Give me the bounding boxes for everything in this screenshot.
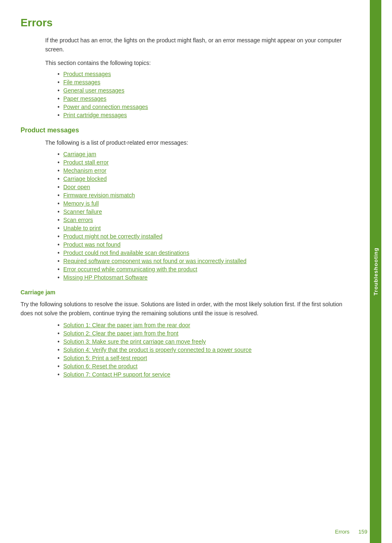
product-messages-intro: The following is a list of product-relat… [45, 138, 349, 147]
link-door-open[interactable]: Door open [63, 184, 90, 190]
topic-link-file-messages[interactable]: File messages [63, 79, 100, 85]
list-item: Carriage jam [58, 151, 349, 157]
list-item: Missing HP Photosmart Software [58, 274, 349, 281]
list-item: Memory is full [58, 200, 349, 207]
link-solution-3[interactable]: Solution 3: Make sure the print carriage… [63, 338, 206, 345]
link-scan-errors[interactable]: Scan errors [63, 217, 93, 223]
topic-link-general-user-messages[interactable]: General user messages [63, 87, 125, 94]
list-item: Solution 1: Clear the paper jam from the… [58, 322, 349, 328]
page-footer: Errors 159 [335, 529, 367, 535]
list-item: Solution 4: Verify that the product is p… [58, 347, 349, 353]
link-required-software-component[interactable]: Required software component was not foun… [63, 258, 247, 264]
list-item: General user messages [58, 87, 349, 94]
list-item: Carriage blocked [58, 176, 349, 182]
list-item: Door open [58, 184, 349, 190]
list-item: Print cartridge messages [58, 112, 349, 118]
link-solution-6[interactable]: Solution 6: Reset the product [63, 363, 138, 370]
list-item: Product stall error [58, 159, 349, 166]
link-solution-4[interactable]: Solution 4: Verify that the product is p… [63, 347, 251, 353]
product-messages-list: Carriage jam Product stall error Mechani… [58, 151, 349, 281]
product-messages-heading: Product messages [21, 127, 349, 134]
link-solution-7[interactable]: Solution 7: Contact HP support for servi… [63, 371, 170, 378]
footer-text: Errors [335, 529, 349, 535]
page-title: Errors [21, 16, 349, 29]
list-item: Paper messages [58, 95, 349, 102]
link-carriage-blocked[interactable]: Carriage blocked [63, 176, 107, 182]
carriage-jam-solutions-list: Solution 1: Clear the paper jam from the… [58, 322, 349, 378]
product-messages-section: Product messages The following is a list… [21, 127, 349, 280]
carriage-jam-body: Try the following solutions to resolve t… [21, 300, 349, 318]
list-item: Product might not be correctly installed [58, 233, 349, 240]
topic-link-product-messages[interactable]: Product messages [63, 71, 111, 77]
list-item: Solution 2: Clear the paper jam from the… [58, 330, 349, 337]
link-product-stall-error[interactable]: Product stall error [63, 159, 108, 166]
carriage-jam-section: Carriage jam Try the following solutions… [21, 289, 349, 378]
list-item: Power and connection messages [58, 104, 349, 110]
list-item: Product could not find available scan de… [58, 250, 349, 256]
link-error-occurred-communicating[interactable]: Error occurred while communicating with … [63, 266, 197, 273]
list-item: Unable to print [58, 225, 349, 231]
list-item: Scanner failure [58, 208, 349, 215]
list-item: Product was not found [58, 241, 349, 248]
link-product-could-not-find-scan-destinations[interactable]: Product could not find available scan de… [63, 250, 189, 256]
page-container: Errors If the product has an error, the … [0, 0, 392, 543]
link-memory-is-full[interactable]: Memory is full [63, 200, 99, 207]
link-firmware-revision-mismatch[interactable]: Firmware revision mismatch [63, 192, 135, 199]
list-item: Mechanism error [58, 167, 349, 174]
footer-page-number: 159 [358, 529, 367, 535]
list-item: Product messages [58, 71, 349, 77]
link-unable-to-print[interactable]: Unable to print [63, 225, 101, 231]
sidebar-tab-label: Troubleshooting [373, 247, 379, 296]
list-item: Solution 3: Make sure the print carriage… [58, 338, 349, 345]
intro-paragraph-2: This section contains the following topi… [45, 58, 349, 67]
list-item: Solution 5: Print a self-test report [58, 355, 349, 361]
carriage-jam-heading: Carriage jam [21, 289, 349, 296]
link-product-might-not-be-correctly-installed[interactable]: Product might not be correctly installed [63, 233, 162, 240]
link-mechanism-error[interactable]: Mechanism error [63, 167, 106, 174]
list-item: File messages [58, 79, 349, 85]
list-item: Solution 6: Reset the product [58, 363, 349, 370]
sidebar-tab: Troubleshooting [370, 0, 381, 543]
topic-link-paper-messages[interactable]: Paper messages [63, 95, 106, 102]
list-item: Scan errors [58, 217, 349, 223]
link-carriage-jam[interactable]: Carriage jam [63, 151, 96, 157]
link-missing-hp-photosmart-software[interactable]: Missing HP Photosmart Software [63, 274, 148, 281]
list-item: Solution 7: Contact HP support for servi… [58, 371, 349, 378]
link-product-was-not-found[interactable]: Product was not found [63, 241, 120, 248]
list-item: Required software component was not foun… [58, 258, 349, 264]
topics-list: Product messages File messages General u… [58, 71, 349, 118]
list-item: Error occurred while communicating with … [58, 266, 349, 273]
intro-paragraph-1: If the product has an error, the lights … [45, 36, 349, 54]
link-scanner-failure[interactable]: Scanner failure [63, 208, 102, 215]
link-solution-5[interactable]: Solution 5: Print a self-test report [63, 355, 147, 361]
list-item: Firmware revision mismatch [58, 192, 349, 199]
link-solution-2[interactable]: Solution 2: Clear the paper jam from the… [63, 330, 178, 337]
topic-link-power-connection-messages[interactable]: Power and connection messages [63, 104, 148, 110]
topic-link-print-cartridge-messages[interactable]: Print cartridge messages [63, 112, 127, 118]
main-content: Errors If the product has an error, the … [0, 0, 370, 543]
link-solution-1[interactable]: Solution 1: Clear the paper jam from the… [63, 322, 190, 328]
